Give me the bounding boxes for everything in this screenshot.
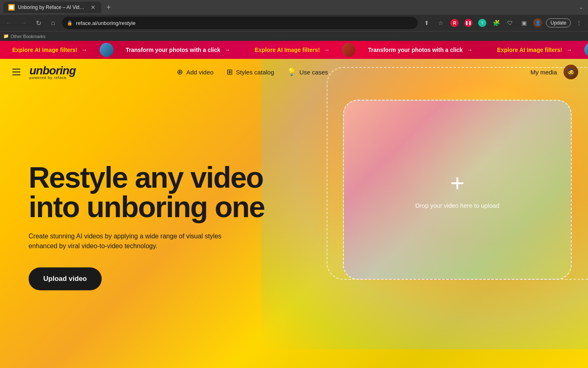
back-button[interactable]: ← xyxy=(3,17,15,29)
website: + Drop your video here to upload unborin… xyxy=(0,59,588,368)
upload-video-button[interactable]: Upload video xyxy=(29,267,102,290)
bookmark-button[interactable]: ☆ xyxy=(435,17,446,29)
promo-item-1: Explore AI Image filters! → xyxy=(0,47,100,53)
active-tab[interactable]: Unboring by Reface – AI Video... ✕ xyxy=(3,2,101,13)
add-video-icon: ⊕ xyxy=(177,67,183,76)
menu-button[interactable]: ⋮ xyxy=(573,17,585,29)
logo[interactable]: unboring powered by reface xyxy=(29,64,76,80)
extension-teal[interactable]: T xyxy=(477,17,488,29)
use-cases-icon: 💡 xyxy=(287,67,296,76)
hero-section: Restyle any video into unboring one Crea… xyxy=(0,85,588,368)
tab-restore[interactable]: ⌄ xyxy=(577,3,585,12)
tab-bar: Unboring by Reface – AI Video... ✕ + ⌄ xyxy=(0,0,588,15)
hamburger-line-2 xyxy=(12,72,20,72)
url-text: reface.ai/unboring/restyle xyxy=(76,20,136,26)
promo-text-3: Explore AI Image filters! xyxy=(255,47,320,53)
extension-reface[interactable]: R xyxy=(449,17,460,29)
hamburger-line-1 xyxy=(12,69,20,70)
logo-sub: powered by reface xyxy=(29,76,76,80)
promo-text-5: Explore AI Image filters! xyxy=(497,47,562,53)
browser-chrome: Unboring by Reface – AI Video... ✕ + ⌄ ←… xyxy=(0,0,588,41)
promo-arrow-1: → xyxy=(82,47,87,53)
reload-button[interactable]: ↻ xyxy=(33,17,44,29)
promo-text-2: Transform your photos with a click xyxy=(126,47,220,53)
user-avatar[interactable]: 🧔 xyxy=(564,65,578,79)
nav-styles-catalog[interactable]: ⊞ Styles catalog xyxy=(227,67,274,76)
lock-icon: 🔒 xyxy=(67,20,73,26)
promo-text-1: Explore AI Image filters! xyxy=(12,47,78,53)
promo-track: Explore AI Image filters! → Transform yo… xyxy=(0,43,588,57)
styles-catalog-icon: ⊞ xyxy=(227,67,233,76)
home-button[interactable]: ⌂ xyxy=(47,17,59,29)
new-tab-button[interactable]: + xyxy=(103,2,114,13)
promo-item-2: Transform your photos with a click → xyxy=(114,47,243,53)
hero-title-line1: Restyle any video xyxy=(29,161,263,194)
tab-title: Unboring by Reface – AI Video... xyxy=(18,4,87,10)
browser-actions: ⬆ ☆ R ❚❚ T 🧩 🛡 ▣ 👤 Update ⋮ xyxy=(421,17,585,29)
nav-add-video[interactable]: ⊕ Add video xyxy=(177,67,214,76)
promo-banner[interactable]: Explore AI Image filters! → Transform yo… xyxy=(0,41,588,59)
user-avatar-image: 🧔 xyxy=(564,65,578,79)
promo-avatar-2 xyxy=(342,43,356,57)
promo-text-4: Transform your photos with a click xyxy=(368,47,463,53)
nav-center: ⊕ Add video ⊞ Styles catalog 💡 Use cases xyxy=(177,67,328,76)
extensions-puzzle[interactable]: 🧩 xyxy=(490,17,502,29)
url-bar[interactable]: 🔒 reface.ai/unboring/restyle xyxy=(62,17,418,29)
hero-title-line2: into unboring one xyxy=(29,191,265,223)
nav-use-cases[interactable]: 💡 Use cases xyxy=(287,67,328,76)
promo-arrow-5: → xyxy=(566,47,572,53)
promo-item-5: Explore AI Image filters! → xyxy=(485,47,584,53)
address-bar: ← → ↻ ⌂ 🔒 reface.ai/unboring/restyle ⬆ ☆… xyxy=(0,15,588,31)
nav-right: My media 🧔 xyxy=(530,65,578,79)
hamburger-line-3 xyxy=(12,74,20,75)
promo-arrow-3: → xyxy=(324,47,330,53)
hero-subtitle: Create stunning AI videos by applying a … xyxy=(29,231,225,251)
nav-add-video-label: Add video xyxy=(186,69,214,76)
other-bookmarks[interactable]: Other Bookmarks xyxy=(11,34,46,39)
promo-arrow-2: → xyxy=(225,47,230,53)
promo-item-3: Explore AI Image filters! → xyxy=(243,47,342,53)
nav-use-cases-label: Use cases xyxy=(299,69,328,76)
bookmarks-icon: 📁 xyxy=(3,34,9,39)
promo-arrow-4: → xyxy=(467,47,472,53)
forward-button[interactable]: → xyxy=(18,17,29,29)
hero-left: Restyle any video into unboring one Crea… xyxy=(29,163,265,290)
extension-shield[interactable]: 🛡 xyxy=(504,17,516,29)
site-header: unboring powered by reface ⊕ Add video ⊞… xyxy=(0,59,588,85)
tab-favicon xyxy=(8,4,15,11)
user-profile-btn[interactable]: 👤 xyxy=(532,17,543,29)
tab-close-btn[interactable]: ✕ xyxy=(90,4,96,11)
extension-square[interactable]: ▣ xyxy=(518,17,530,29)
promo-avatar-1 xyxy=(100,43,114,57)
bookmarks-bar: 📁 Other Bookmarks xyxy=(0,31,588,41)
promo-item-4: Transform your photos with a click → xyxy=(356,47,485,53)
my-media-link[interactable]: My media xyxy=(530,69,557,76)
hero-title: Restyle any video into unboring one xyxy=(29,163,265,222)
share-button[interactable]: ⬆ xyxy=(421,17,432,29)
extension-red[interactable]: ❚❚ xyxy=(463,17,474,29)
hamburger-lines xyxy=(12,69,20,75)
nav-styles-catalog-label: Styles catalog xyxy=(236,69,274,76)
update-button[interactable]: Update xyxy=(546,18,571,27)
promo-avatar-3 xyxy=(584,43,588,57)
hamburger-menu[interactable] xyxy=(10,65,23,79)
